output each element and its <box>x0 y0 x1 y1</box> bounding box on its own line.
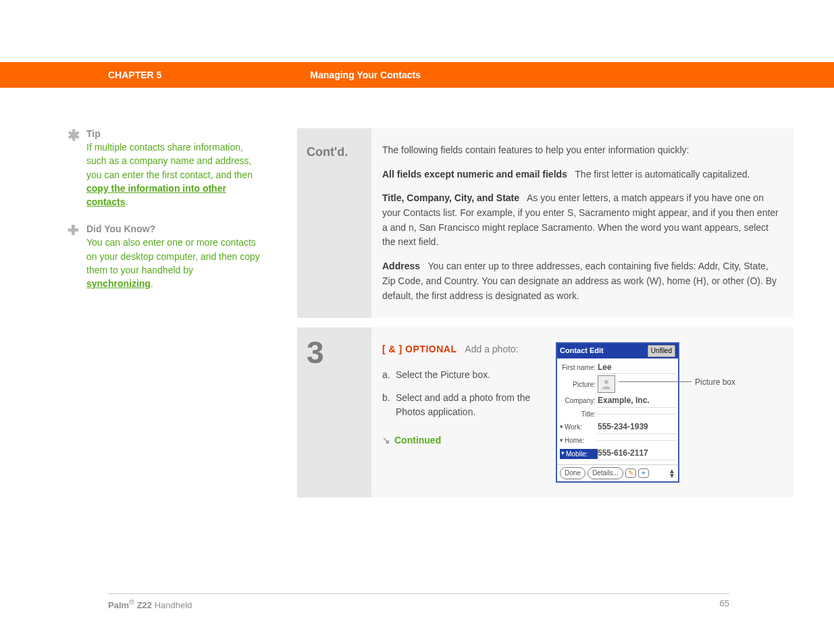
svg-point-0 <box>604 380 608 384</box>
registered-mark: ® <box>129 598 134 606</box>
pda-picture-box[interactable] <box>598 375 615 393</box>
dyk-link[interactable]: synchronizing <box>86 278 151 289</box>
field-text-3: You can enter up to three addresses, eac… <box>382 261 777 300</box>
tip-block: ✱ Tip If multiple contacts share informa… <box>86 128 262 209</box>
step-number: 3 <box>297 327 371 497</box>
tip-text-pre: If multiple contacts share information, … <box>86 142 253 180</box>
page-number: 65 <box>720 598 729 610</box>
pda-row-picture: Picture: <box>560 375 675 393</box>
callout-line <box>619 381 692 382</box>
pda-picture-label: Picture: <box>560 379 598 390</box>
step-3: 3 [ & ] OPTIONAL Add a photo: a. Select … <box>297 327 793 497</box>
pda-footer: Done Details... ✎ + ▲▼ <box>557 464 678 481</box>
chapter-header: CHAPTER 5 Managing Your Contacts <box>0 62 834 88</box>
main-content: Cont'd. The following fields contain fea… <box>297 128 793 507</box>
chapter-title: Managing Your Contacts <box>310 70 421 80</box>
substep-b-text: Select and add a photo from the Photos a… <box>396 391 542 420</box>
asterisk-icon: ✱ <box>68 127 80 144</box>
person-silhouette-icon <box>600 378 613 390</box>
pda-title-text: Contact Edit <box>560 345 604 356</box>
optional-badge: [ & ] OPTIONAL <box>382 344 457 354</box>
pda-row-title: Title: <box>560 409 675 420</box>
field-label-1: All fields except numeric and email fiel… <box>382 169 567 180</box>
substep-a-label: a. <box>382 368 396 383</box>
pda-firstname-label: First name: <box>560 363 598 373</box>
pda-row-home: Home: <box>560 435 675 446</box>
substep-b: b. Select and add a photo from the Photo… <box>382 391 542 420</box>
step3-body: [ & ] OPTIONAL Add a photo: a. Select th… <box>371 327 793 497</box>
field-desc-1: All fields except numeric and email fiel… <box>382 167 779 182</box>
field-desc-2: Title, Company, City, and State As you e… <box>382 191 779 250</box>
dyk-text-post: . <box>151 278 153 289</box>
pda-mobile-value[interactable]: 555-616-2117 <box>598 447 675 460</box>
intro-line: The following fields contain features to… <box>382 143 779 158</box>
continued-indicator: ↘Continued <box>382 433 542 448</box>
plus-icon: ✚ <box>68 222 79 238</box>
optional-row: [ & ] OPTIONAL Add a photo: <box>382 342 542 357</box>
pda-screen: Contact Edit Unfiled First name: Lee Pic… <box>556 342 679 482</box>
callout-label: Picture box <box>695 376 735 389</box>
dyk-body: You can also enter one or more contacts … <box>86 236 262 290</box>
dyk-text-pre: You can also enter one or more contacts … <box>86 237 260 275</box>
pda-done-button[interactable]: Done <box>560 467 585 479</box>
contd-label: Cont'd. <box>297 128 371 318</box>
pda-work-value[interactable]: 555-234-1939 <box>598 421 675 434</box>
tip-text-post: . <box>126 196 128 207</box>
field-desc-3: Address You can enter up to three addres… <box>382 259 779 303</box>
pda-company-label: Company: <box>560 396 598 406</box>
pda-title-value[interactable] <box>598 414 675 414</box>
pda-company-value[interactable]: Example, Inc. <box>598 394 675 408</box>
pda-home-label[interactable]: Home: <box>560 435 598 446</box>
pda-scroll-arrows[interactable]: ▲▼ <box>669 468 675 478</box>
pda-row-company: Company: Example, Inc. <box>560 394 675 408</box>
pda-details-button[interactable]: Details... <box>588 467 623 479</box>
pda-screenshot-column: Contact Edit Unfiled First name: Lee Pic… <box>556 342 779 482</box>
pda-home-value[interactable] <box>598 440 675 441</box>
tip-title: Tip <box>86 128 262 139</box>
substep-a: a. Select the Picture box. <box>382 368 542 383</box>
chapter-number: CHAPTER 5 <box>108 70 161 80</box>
sidebar: ✱ Tip If multiple contacts share informa… <box>86 128 262 306</box>
page-footer: Palm® Z22 Handheld 65 <box>108 593 729 610</box>
pda-row-mobile: Mobile: 555-616-2117 <box>560 447 675 460</box>
step-continued: Cont'd. The following fields contain fea… <box>297 128 793 318</box>
pda-titlebar: Contact Edit Unfiled <box>557 344 678 358</box>
field-label-2: Title, Company, City, and State <box>382 192 519 203</box>
pda-firstname-value[interactable]: Lee <box>598 361 675 375</box>
pda-note-button[interactable]: ✎ <box>625 468 636 478</box>
substeps: a. Select the Picture box. b. Select and… <box>382 368 542 420</box>
pda-row-firstname: First name: Lee <box>560 361 675 375</box>
pda-category[interactable]: Unfiled <box>648 345 675 357</box>
contd-body: The following fields contain features to… <box>371 128 793 318</box>
field-label-3: Address <box>382 261 420 271</box>
product-name: Palm® Z22 Handheld <box>108 598 192 610</box>
pda-work-label[interactable]: Work: <box>560 422 598 433</box>
pda-title-label: Title: <box>560 409 598 420</box>
substep-b-label: b. <box>382 391 396 420</box>
product-brand: Palm <box>108 600 129 610</box>
pda-new-button[interactable]: + <box>638 468 649 478</box>
tip-body: If multiple contacts share information, … <box>86 140 262 209</box>
optional-text: Add a photo: <box>465 344 518 354</box>
product-suffix: Handheld <box>152 600 192 610</box>
field-text-1: The first letter is automatically capita… <box>575 169 750 180</box>
continued-label: Continued <box>394 435 441 446</box>
substep-a-text: Select the Picture box. <box>396 368 542 383</box>
product-model: Z22 <box>134 600 152 610</box>
pda-row-work: Work: 555-234-1939 <box>560 421 675 434</box>
continued-arrow-icon: ↘ <box>382 435 390 446</box>
tip-link[interactable]: copy the information into other contacts <box>86 183 226 207</box>
dyk-title: Did You Know? <box>86 223 262 234</box>
did-you-know-block: ✚ Did You Know? You can also enter one o… <box>86 223 262 290</box>
pda-mobile-label[interactable]: Mobile: <box>560 449 598 460</box>
